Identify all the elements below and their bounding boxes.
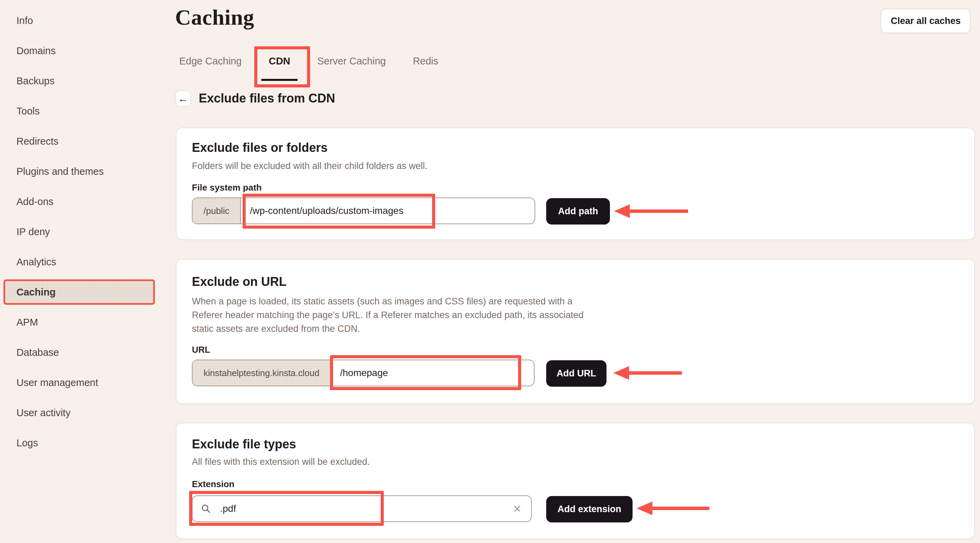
sidebar-item-analytics[interactable]: Analytics xyxy=(0,247,164,277)
url-input[interactable] xyxy=(331,360,534,385)
file-system-path-input[interactable] xyxy=(241,198,535,223)
exclude-url-card: Exclude on URL When a page is loaded, it… xyxy=(176,259,975,404)
extension-label: Extension xyxy=(192,479,234,489)
sidebar-item-ip-deny[interactable]: IP deny xyxy=(0,217,164,247)
add-path-button[interactable]: Add path xyxy=(546,198,610,225)
sidebar-item-apm[interactable]: APM xyxy=(0,307,164,337)
add-url-button[interactable]: Add URL xyxy=(546,360,606,387)
sidebar-item-plugins-and-themes[interactable]: Plugins and themes xyxy=(0,156,164,186)
domain-prefix-chip: kinstahelptesting.kinsta.cloud xyxy=(192,360,331,385)
card-description: All files with this extension will be ex… xyxy=(192,455,370,469)
sidebar: Info Domains Backups Tools Redirects Plu… xyxy=(0,0,164,458)
sidebar-item-tools[interactable]: Tools xyxy=(0,96,164,126)
file-system-path-input-group: /public xyxy=(192,197,535,224)
card-description: Folders will be excluded with all their … xyxy=(192,159,427,173)
card-heading: Exclude files or folders xyxy=(192,140,328,155)
sidebar-item-backups[interactable]: Backups xyxy=(0,66,164,96)
tab-redis[interactable]: Redis xyxy=(413,54,438,68)
add-extension-button[interactable]: Add extension xyxy=(546,496,633,522)
clear-input-icon[interactable]: ✕ xyxy=(513,503,522,515)
extension-input[interactable] xyxy=(211,503,513,514)
clear-all-caches-button[interactable]: Clear all caches xyxy=(881,9,971,33)
sidebar-item-info[interactable]: Info xyxy=(0,5,164,36)
description-line: When a page is loaded, its static assets… xyxy=(192,295,584,308)
sidebar-item-caching[interactable]: Caching xyxy=(3,279,155,305)
card-description: When a page is loaded, its static assets… xyxy=(192,295,584,336)
description-line: static assets are excluded from the CDN. xyxy=(192,322,584,336)
file-system-path-label: File system path xyxy=(192,182,262,193)
section-title: Exclude files from CDN xyxy=(199,91,335,105)
sidebar-item-add-ons[interactable]: Add-ons xyxy=(0,186,164,217)
path-prefix-chip: /public xyxy=(192,198,241,223)
description-line: Referer header matching the page’s URL. … xyxy=(192,308,584,322)
extension-input-group: ✕ xyxy=(192,495,532,522)
sidebar-item-redirects[interactable]: Redirects xyxy=(0,126,164,156)
page-title: Caching xyxy=(175,5,254,30)
url-label: URL xyxy=(192,344,210,355)
back-button[interactable]: ← xyxy=(175,91,191,107)
caching-tabs: Edge Caching CDN Server Caching Redis xyxy=(179,54,438,68)
sidebar-item-user-management[interactable]: User management xyxy=(0,368,164,398)
exclude-file-types-card: Exclude file types All files with this e… xyxy=(176,423,975,539)
card-heading: Exclude file types xyxy=(192,437,296,451)
tab-cdn[interactable]: CDN xyxy=(269,54,290,68)
search-icon xyxy=(201,503,211,514)
card-heading: Exclude on URL xyxy=(192,275,286,289)
url-input-group: kinstahelptesting.kinsta.cloud xyxy=(192,360,535,386)
tab-edge-caching[interactable]: Edge Caching xyxy=(179,54,242,68)
sidebar-item-database[interactable]: Database xyxy=(0,337,164,368)
back-arrow-icon: ← xyxy=(178,93,188,105)
sidebar-item-user-activity[interactable]: User activity xyxy=(0,398,164,428)
exclude-files-card: Exclude files or folders Folders will be… xyxy=(176,127,975,240)
tab-server-caching[interactable]: Server Caching xyxy=(317,54,386,68)
sidebar-item-domains[interactable]: Domains xyxy=(0,36,164,66)
sidebar-item-logs[interactable]: Logs xyxy=(0,428,164,458)
